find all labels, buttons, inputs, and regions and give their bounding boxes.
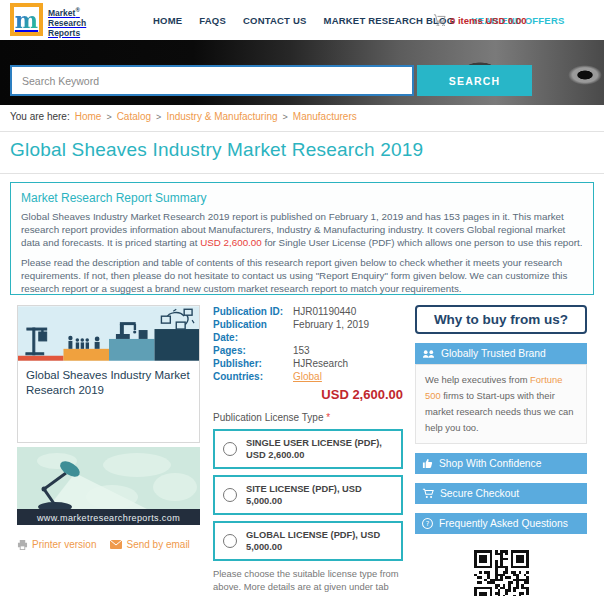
page-title: Global Sheaves Industry Market Research … xyxy=(10,139,423,161)
site-url: www.marketresearchreports.com xyxy=(17,513,200,523)
license-note: Please choose the suitable license type … xyxy=(213,567,403,596)
report-actions: Printer version Send by email xyxy=(17,539,200,550)
license-option-site[interactable]: SITE LICENSE (PDF), USD 5,000.00 xyxy=(213,475,403,515)
summary-paragraph-2: Please read the description and table of… xyxy=(21,256,583,295)
required-asterisk: * xyxy=(326,412,330,423)
sidebar: Why to buy from us? Globally Trusted Bra… xyxy=(415,305,587,596)
brand-text: Market® Research Reports xyxy=(48,3,86,38)
detail-row-pages: Pages:153 xyxy=(213,344,403,357)
radio-site[interactable] xyxy=(223,488,237,502)
breadcrumb-prefix: You are here: xyxy=(10,111,70,122)
page: m Market® Research Reports HOME FAQS CON… xyxy=(0,0,604,596)
lamp-image: www.marketresearchreports.com xyxy=(17,447,200,525)
license-option-global[interactable]: GLOBAL LICENSE (PDF), USD 5,000.00 xyxy=(213,521,403,561)
detail-row-countries: Countries:Global xyxy=(213,370,403,383)
breadcrumb-separator: > xyxy=(156,112,161,122)
printer-version-link[interactable]: Printer version xyxy=(17,539,96,550)
summary-paragraph-1: Global Sheaves Industry Market Research … xyxy=(21,210,583,249)
breadcrumb-separator: > xyxy=(106,112,111,122)
nav-faqs[interactable]: FAQS xyxy=(199,15,226,26)
report-cover: Global Sheaves Industry Market Research … xyxy=(17,305,200,443)
why-buy-heading: Why to buy from us? xyxy=(415,305,587,334)
report-price: USD 2,600.00 xyxy=(213,387,403,402)
breadcrumb-home[interactable]: Home xyxy=(75,111,102,122)
search-button[interactable]: SEARCH xyxy=(417,65,532,96)
sidebar-bar-shop-confidence[interactable]: Shop With Confidence xyxy=(415,453,587,474)
printer-icon xyxy=(17,540,28,550)
send-by-email-link[interactable]: Send by email xyxy=(110,539,189,550)
detail-row-publisher: Publisher:HJResearch xyxy=(213,357,403,370)
radio-global[interactable] xyxy=(223,534,237,548)
license-option-single-user[interactable]: SINGLE USER LICENSE (PDF), USD 2,600.00 xyxy=(213,429,403,469)
cart-icon xyxy=(422,488,434,499)
top-bar: m Market® Research Reports HOME FAQS CON… xyxy=(0,0,604,40)
nav-home[interactable]: HOME xyxy=(153,15,182,26)
detail-row-publication-id: Publication ID:HJR01190440 xyxy=(213,305,403,318)
report-summary-box: Market Research Report Summary Global Sh… xyxy=(10,182,594,295)
breadcrumb: You are here: Home > Catalog > Industry … xyxy=(10,111,357,122)
logo-m-icon: m xyxy=(10,3,43,36)
radio-single-user[interactable] xyxy=(223,442,237,456)
countries-link[interactable]: Global xyxy=(293,370,322,383)
search-input[interactable] xyxy=(10,65,414,96)
users-icon xyxy=(422,349,435,359)
sidebar-bar-trusted-brand[interactable]: Globally Trusted Brand xyxy=(415,343,587,364)
trusted-brand-body: We help executives from Fortune 500 firm… xyxy=(415,364,587,444)
cover-title: Global Sheaves Industry Market Research … xyxy=(18,361,199,405)
thumbs-up-icon xyxy=(422,458,433,469)
svg-text:?: ? xyxy=(426,520,430,528)
detail-row-publication-date: Publication Date:February 1, 2019 xyxy=(213,318,403,344)
breadcrumb-catalog[interactable]: Catalog xyxy=(117,111,151,122)
publication-details: Publication ID:HJR01190440 Publication D… xyxy=(213,305,403,596)
cart-link[interactable]: 0 items USD 0.00 xyxy=(433,0,527,40)
hero-photo: SEARCH xyxy=(0,40,604,105)
question-circle-icon: ? xyxy=(422,518,433,529)
report-cover-art xyxy=(18,306,199,361)
registered-mark: ® xyxy=(75,7,79,13)
cart-icon xyxy=(433,14,446,26)
qr-code xyxy=(474,550,529,596)
breadcrumb-manufacturers[interactable]: Manufacturers xyxy=(293,111,357,122)
summary-price: USD 2,600.00 xyxy=(200,237,262,248)
breadcrumb-industry[interactable]: Industry & Manufacturing xyxy=(166,111,277,122)
divider xyxy=(0,131,604,132)
summary-heading: Market Research Report Summary xyxy=(21,191,583,205)
sidebar-bar-secure-checkout[interactable]: Secure Checkout xyxy=(415,483,587,504)
nav-contact-us[interactable]: CONTACT US xyxy=(243,15,307,26)
license-type-label: Publication License Type * xyxy=(213,412,403,423)
divider xyxy=(0,173,604,174)
email-icon xyxy=(110,540,122,549)
sidebar-bar-faq[interactable]: ? Frequently Asked Questions xyxy=(415,513,587,534)
left-column: Global Sheaves Industry Market Research … xyxy=(17,305,200,550)
brand-logo[interactable]: m Market® Research Reports xyxy=(10,3,86,38)
breadcrumb-separator: > xyxy=(283,112,288,122)
